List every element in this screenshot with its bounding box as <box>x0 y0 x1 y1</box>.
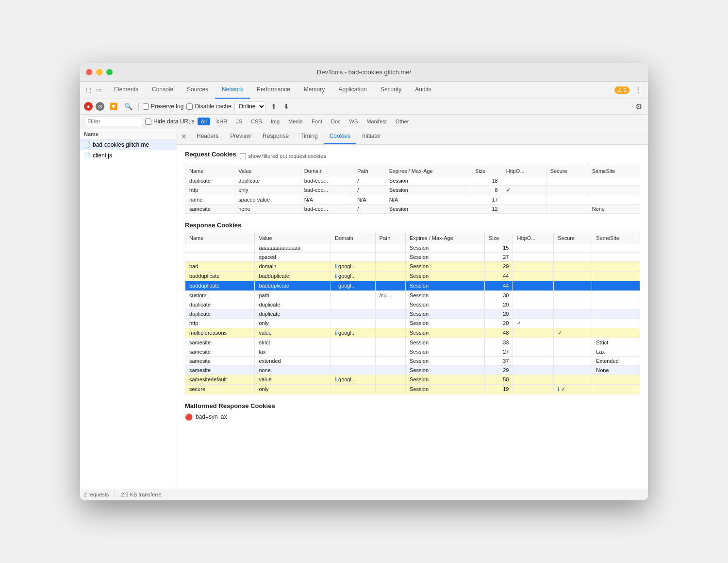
subtab-cookies[interactable]: Cookies <box>324 129 356 145</box>
status-bar: 2 requests 2.3 KB transferre <box>80 489 648 500</box>
table-row[interactable]: badduplicatebadduplicateℹ googl...Sessio… <box>185 281 640 290</box>
table-row[interactable]: badduplicatebadduplicateℹ googl...Sessio… <box>185 271 640 281</box>
table-row[interactable]: namespaced valueN/AN/AN/A17 <box>185 195 640 204</box>
download-icon[interactable]: ⬇ <box>281 102 291 111</box>
error-icon: 🔴 <box>185 413 193 421</box>
tab-network[interactable]: Network <box>215 81 250 99</box>
filter-doc[interactable]: Doc <box>328 118 344 125</box>
preserve-log-checkbox[interactable] <box>143 103 149 110</box>
subtab-timing[interactable]: Timing <box>295 129 324 145</box>
filter-js[interactable]: JS <box>233 118 245 125</box>
table-row[interactable]: duplicateduplicateSession20 <box>185 309 640 318</box>
resp-col-value[interactable]: Value <box>255 233 331 243</box>
close-button[interactable] <box>86 69 92 75</box>
close-detail-button[interactable]: ✕ <box>181 133 187 140</box>
show-filtered-label[interactable]: show filtered out request cookies <box>240 153 326 159</box>
filter-manifest[interactable]: Manifest <box>364 118 390 125</box>
search-icon[interactable]: 🔍 <box>122 102 134 111</box>
table-row[interactable]: spacedSession27 <box>185 252 640 261</box>
col-value[interactable]: Value <box>234 166 300 176</box>
table-row[interactable]: multiplereasonsvalueℹ googl...Session48✓ <box>185 328 640 338</box>
table-row[interactable]: httponlybad-coo.../Session8✓ <box>185 185 640 195</box>
tab-sources[interactable]: Sources <box>180 81 215 99</box>
col-size[interactable]: Size <box>471 166 502 176</box>
table-row[interactable]: custompath/cu...Session30 <box>185 290 640 300</box>
tab-elements[interactable]: Elements <box>107 81 145 99</box>
stop-button[interactable]: ⊘ <box>96 102 104 111</box>
table-row[interactable]: samesiteextendedSession37Extended <box>185 356 640 365</box>
filter-icon[interactable]: 🔽 <box>107 102 119 111</box>
maximize-button[interactable] <box>106 69 113 75</box>
subtab-headers[interactable]: Headers <box>191 129 224 145</box>
table-row[interactable]: samesitenonebad-coo.../Session12None <box>185 204 640 213</box>
filter-other[interactable]: Other <box>393 118 412 125</box>
tab-performance[interactable]: Performance <box>250 81 297 99</box>
show-filtered-checkbox[interactable] <box>240 153 246 159</box>
filter-all-btn[interactable]: All <box>198 118 210 125</box>
filter-media[interactable]: Media <box>285 118 306 125</box>
subtab-initiator[interactable]: Initiator <box>356 129 387 145</box>
minimize-button[interactable] <box>96 69 102 75</box>
table-row[interactable]: secureonlySession19ℹ ✓ <box>185 384 640 394</box>
tab-security[interactable]: Security <box>374 81 408 99</box>
table-row[interactable]: samesitestrictSession33Strict <box>185 338 640 347</box>
tab-bar-right: ⚠ 1 ⋮ <box>614 85 644 95</box>
hide-data-urls-label[interactable]: Hide data URLs <box>145 118 195 125</box>
table-row[interactable]: samesitelaxSession27Lax <box>185 347 640 356</box>
sidebar-header: Name <box>80 129 177 139</box>
col-samesite[interactable]: SameSite <box>588 166 640 176</box>
filter-font[interactable]: Font <box>309 118 325 125</box>
disable-cache-label[interactable]: Disable cache <box>186 103 231 110</box>
more-options-icon[interactable]: ⋮ <box>633 85 644 95</box>
filter-input[interactable] <box>84 117 142 126</box>
table-row[interactable]: httponlySession20✓ <box>185 318 640 328</box>
col-path[interactable]: Path <box>353 166 385 176</box>
cursor-icon[interactable]: ⬚ <box>84 85 93 94</box>
tab-audits[interactable]: Audits <box>408 81 438 99</box>
table-row[interactable]: duplicateduplicateSession20 <box>185 300 640 309</box>
subtab-preview[interactable]: Preview <box>224 129 257 145</box>
sidebar-item-client-js[interactable]: 📄 client.js <box>80 150 177 161</box>
resp-col-name[interactable]: Name <box>185 233 255 243</box>
col-domain[interactable]: Domain <box>300 166 353 176</box>
malformed-item: 🔴 bad=syn ax <box>185 413 640 421</box>
resp-col-size[interactable]: Size <box>484 233 513 243</box>
table-row[interactable]: aaaaaaaaaaaaaaSession15 <box>185 243 640 252</box>
filter-ws[interactable]: WS <box>347 118 361 125</box>
filter-bar: Hide data URLs All XHR JS CSS Img Media … <box>80 115 648 129</box>
sidebar-item-bad-cookies[interactable]: 📄 bad-cookies.glitch.me <box>80 139 177 150</box>
table-row[interactable]: samesitedefaultvalueℹ googl...Session50 <box>185 375 640 384</box>
filter-xhr[interactable]: XHR <box>213 118 230 125</box>
tab-application[interactable]: Application <box>331 81 374 99</box>
device-icon[interactable]: ▭ <box>94 85 103 94</box>
throttle-select[interactable]: Online <box>234 102 266 111</box>
filter-css[interactable]: CSS <box>248 118 265 125</box>
table-row[interactable]: baddomainℹ googl...Session29 <box>185 261 640 271</box>
preserve-log-label[interactable]: Preserve log <box>143 103 183 110</box>
resp-col-samesite[interactable]: SameSite <box>592 233 640 243</box>
sub-tab-bar: ✕ Headers Preview Response Timing Cookie… <box>177 129 648 145</box>
resp-col-secure[interactable]: Secure <box>554 233 592 243</box>
resp-col-domain[interactable]: Domain <box>331 233 375 243</box>
resp-col-expires[interactable]: Expires / Max-Age <box>405 233 484 243</box>
tab-memory[interactable]: Memory <box>297 81 331 99</box>
subtab-response[interactable]: Response <box>257 129 295 145</box>
resp-col-http[interactable]: HttpO... <box>513 233 554 243</box>
tab-console[interactable]: Console <box>145 81 180 99</box>
malformed-cookie-extra: ax <box>221 413 227 420</box>
response-table-header: Name Value Domain Path Expires / Max-Age… <box>185 233 640 243</box>
col-expires[interactable]: Expires / Max-Age <box>385 166 471 176</box>
filter-img[interactable]: Img <box>268 118 282 125</box>
resp-col-path[interactable]: Path <box>375 233 405 243</box>
disable-cache-checkbox[interactable] <box>186 103 193 110</box>
col-secure[interactable]: Secure <box>546 166 588 176</box>
request-cookies-title: Request Cookies <box>185 151 236 158</box>
col-http[interactable]: HttpO... <box>502 166 546 176</box>
settings-icon[interactable]: ⚙ <box>633 101 644 112</box>
table-row[interactable]: samesitenoneSession29None <box>185 365 640 375</box>
hide-data-urls-checkbox[interactable] <box>145 119 151 125</box>
upload-icon[interactable]: ⬆ <box>269 102 279 111</box>
record-button[interactable]: ● <box>84 102 93 111</box>
col-name[interactable]: Name <box>185 166 234 176</box>
table-row[interactable]: duplicateduplicatebad-coo.../Session18 <box>185 176 640 185</box>
